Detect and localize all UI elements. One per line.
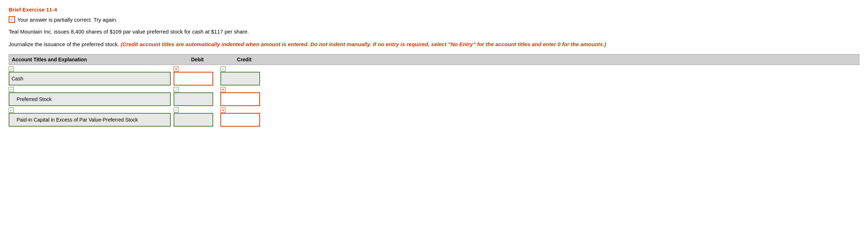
credit-input-1[interactable]: [220, 72, 260, 86]
credit-x-icon-3: ✕: [220, 108, 225, 113]
partial-correct-icon: ✓: [9, 16, 15, 23]
table-row: ✓ ✓ ✕: [9, 87, 859, 106]
table-row: ✓ ✕ ✓: [9, 66, 859, 86]
instruction: Journalize the issuance of the preferred…: [9, 40, 859, 49]
credit-input-3[interactable]: [220, 113, 260, 127]
account-input-3[interactable]: [9, 113, 171, 127]
debit-check-row-2: ✓: [174, 87, 218, 92]
journal-table: Account Titles and Explanation Debit Cre…: [9, 54, 859, 127]
debit-cell-2: ✓: [171, 87, 218, 106]
debit-x-icon-1: ✕: [174, 66, 179, 71]
instruction-red: (Credit account titles are automatically…: [121, 41, 606, 47]
exercise-title: Brief Exercise 11-4: [9, 6, 859, 13]
account-input-2[interactable]: [9, 92, 171, 106]
account-check-row-3: ✓: [9, 108, 171, 113]
debit-cell-1: ✕: [171, 66, 218, 86]
partial-correct-message: Your answer is partially correct. Try ag…: [17, 17, 117, 23]
credit-check-row-1: ✓: [220, 66, 264, 71]
account-check-row-2: ✓: [9, 87, 171, 92]
debit-input-1[interactable]: [174, 72, 213, 86]
account-cell-2: ✓: [9, 87, 171, 106]
debit-cell-3: ✓: [171, 108, 218, 127]
account-check-row-1: ✓: [9, 66, 171, 71]
header-account: Account Titles and Explanation: [12, 57, 174, 62]
account-cell-3: ✓: [9, 108, 171, 127]
debit-input-2[interactable]: [174, 92, 213, 106]
account-check-icon-2: ✓: [9, 87, 14, 92]
account-check-icon-1: ✓: [9, 66, 14, 71]
table-header: Account Titles and Explanation Debit Cre…: [9, 54, 859, 65]
debit-check-icon-2: ✓: [174, 87, 179, 92]
account-cell-1: ✓: [9, 66, 171, 86]
table-row: ✓ ✓ ✕: [9, 108, 859, 127]
header-debit: Debit: [174, 57, 221, 62]
credit-check-row-2: ✕: [220, 87, 264, 92]
credit-check-row-3: ✕: [220, 108, 264, 113]
debit-check-row-1: ✕: [174, 66, 218, 71]
instruction-normal: Journalize the issuance of the preferred…: [9, 41, 119, 47]
credit-cell-3: ✕: [218, 108, 264, 127]
debit-check-icon-3: ✓: [174, 108, 179, 113]
header-credit: Credit: [221, 57, 268, 62]
debit-input-3[interactable]: [174, 113, 213, 127]
credit-cell-1: ✓: [218, 66, 264, 86]
problem-statement: Teal Mountain Inc. issues 8,400 shares o…: [9, 28, 859, 36]
credit-input-2[interactable]: [220, 92, 260, 106]
credit-cell-2: ✕: [218, 87, 264, 106]
account-input-1[interactable]: [9, 72, 171, 86]
credit-check-icon-1: ✓: [220, 66, 225, 71]
account-check-icon-3: ✓: [9, 108, 14, 113]
partial-correct-row: ✓ Your answer is partially correct. Try …: [9, 16, 859, 23]
credit-x-icon-2: ✕: [220, 87, 225, 92]
debit-check-row-3: ✓: [174, 108, 218, 113]
